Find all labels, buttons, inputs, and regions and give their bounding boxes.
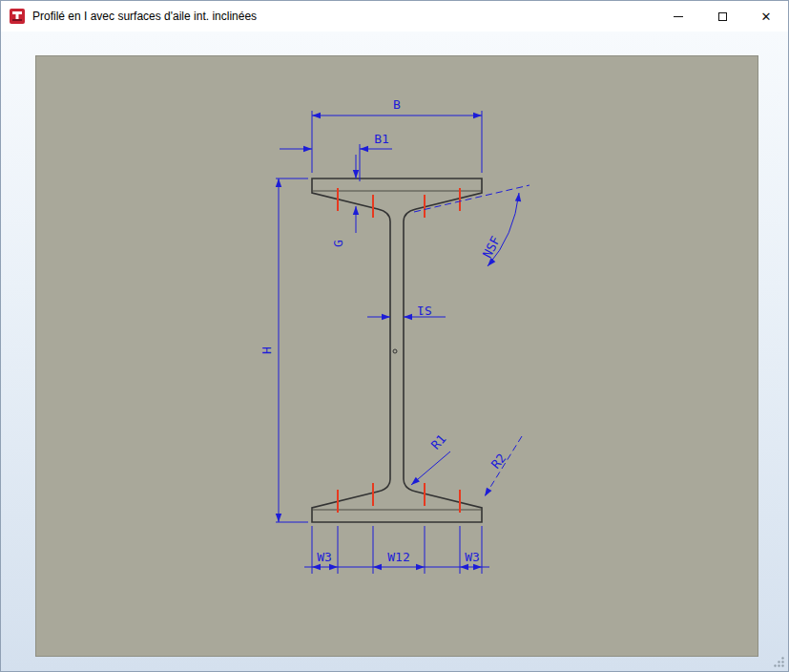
close-button[interactable]: ✕	[744, 1, 788, 32]
label-r2: R2	[488, 451, 509, 472]
dimension-h	[276, 178, 308, 522]
dimension-b	[312, 111, 482, 173]
profile-drawing: B B1 H G S1 NSF R1 R2 W3 W12 W3	[36, 56, 758, 656]
flange-tick-marks	[338, 188, 460, 513]
minimize-icon	[674, 16, 683, 17]
web-center-mark	[393, 349, 397, 353]
label-h: H	[260, 346, 274, 354]
label-b1: B1	[374, 132, 389, 146]
label-b: B	[393, 97, 401, 112]
close-icon: ✕	[761, 10, 772, 23]
dimension-b1	[280, 144, 392, 181]
maximize-button[interactable]	[700, 1, 744, 32]
label-w3-right: W3	[465, 550, 480, 564]
label-s1: S1	[417, 304, 432, 318]
maximize-icon	[718, 12, 727, 21]
label-w3-left: W3	[317, 550, 332, 564]
minimize-button[interactable]	[656, 1, 700, 32]
window: Profilé en I avec surfaces d'aile int. i…	[0, 0, 789, 672]
titlebar[interactable]: Profilé en I avec surfaces d'aile int. i…	[1, 1, 788, 32]
window-title: Profilé en I avec surfaces d'aile int. i…	[32, 10, 257, 23]
dimension-r1	[411, 452, 450, 485]
label-g: G	[331, 240, 345, 247]
label-w12: W12	[387, 550, 409, 564]
window-body: B B1 H G S1 NSF R1 R2 W3 W12 W3	[1, 32, 788, 671]
label-r1: R1	[428, 431, 449, 452]
window-controls: ✕	[656, 1, 788, 32]
dimension-nsf	[414, 185, 529, 266]
resize-grip[interactable]	[772, 655, 785, 668]
label-nsf: NSF	[480, 234, 503, 261]
app-icon	[10, 9, 25, 24]
drawing-canvas[interactable]: B B1 H G S1 NSF R1 R2 W3 W12 W3	[35, 55, 758, 657]
